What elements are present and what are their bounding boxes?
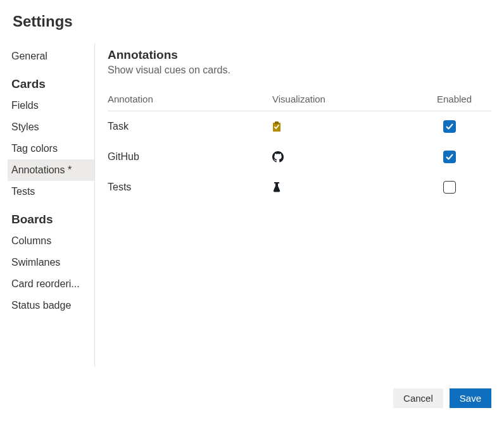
panel-subtitle: Show visual cues on cards.: [108, 65, 491, 76]
page-title: Settings: [0, 0, 504, 30]
sidebar-section-boards: Boards: [8, 202, 94, 230]
sidebar-item-tests[interactable]: Tests: [8, 181, 94, 202]
annotation-name: Tests: [108, 182, 272, 193]
annotation-name: GitHub: [108, 151, 272, 163]
table-row: Tests: [108, 172, 491, 202]
sidebar-item-status-badge[interactable]: Status badge: [8, 295, 94, 316]
sidebar-item-tag-colors[interactable]: Tag colors: [8, 138, 94, 159]
enabled-checkbox[interactable]: [443, 181, 456, 194]
beaker-icon: [272, 182, 437, 192]
sidebar-item-columns[interactable]: Columns: [8, 230, 94, 252]
table-row: Task: [108, 111, 491, 142]
clipboard-check-icon: [272, 121, 437, 132]
sidebar-item-swimlanes[interactable]: Swimlanes: [8, 252, 94, 273]
enabled-checkbox[interactable]: [443, 151, 456, 163]
table-header: Annotation Visualization Enabled: [108, 94, 491, 111]
sidebar-item-card-reorderi[interactable]: Card reorderi...: [8, 273, 94, 295]
svg-rect-1: [275, 121, 279, 124]
col-header-annotation: Annotation: [108, 94, 272, 104]
enabled-checkbox[interactable]: [443, 120, 456, 133]
table-row: GitHub: [108, 142, 491, 172]
panel-title: Annotations: [108, 48, 491, 62]
sidebar-section-cards: Cards: [8, 67, 94, 95]
cancel-button[interactable]: Cancel: [393, 388, 443, 408]
sidebar-item-general[interactable]: General: [8, 46, 94, 67]
svg-rect-2: [274, 182, 279, 183]
settings-sidebar: GeneralCardsFieldsStylesTag colorsAnnota…: [0, 43, 95, 367]
enabled-cell: [437, 120, 491, 133]
enabled-cell: [437, 151, 491, 163]
col-header-visualization: Visualization: [272, 94, 437, 104]
annotation-name: Task: [108, 121, 272, 132]
footer-buttons: Cancel Save: [393, 388, 491, 408]
sidebar-item-annotations[interactable]: Annotations *: [8, 159, 94, 181]
sidebar-item-styles[interactable]: Styles: [8, 116, 94, 138]
save-button[interactable]: Save: [450, 388, 491, 408]
col-header-enabled: Enabled: [437, 94, 491, 104]
github-icon: [272, 151, 437, 163]
annotations-table: Annotation Visualization Enabled TaskGit…: [108, 94, 491, 202]
annotations-panel: Annotations Show visual cues on cards. A…: [95, 43, 504, 367]
sidebar-item-fields[interactable]: Fields: [8, 95, 94, 116]
enabled-cell: [437, 181, 491, 194]
